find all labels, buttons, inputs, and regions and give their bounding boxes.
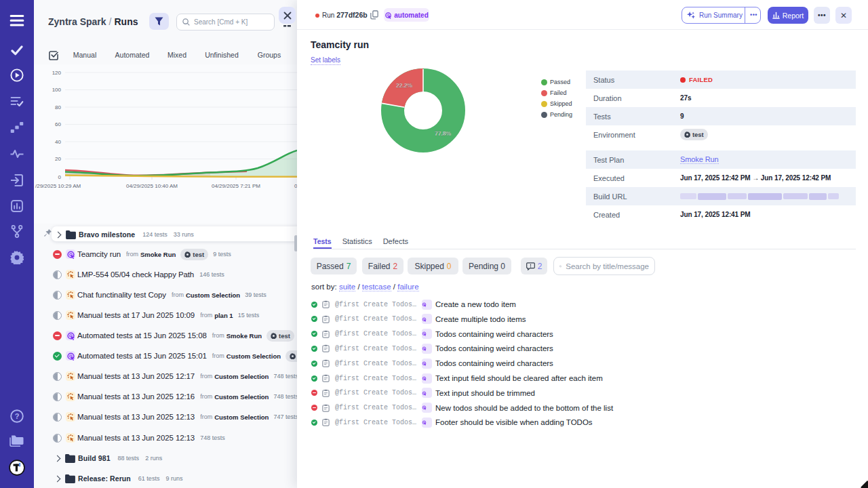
svg-text:04/29/2025 10:40 AM: 04/29/2025 10:40 AM	[126, 183, 178, 189]
svg-text:80: 80	[55, 104, 61, 110]
svg-text:?: ?	[15, 412, 20, 420]
svg-text:0: 0	[58, 174, 62, 180]
svg-text:40: 40	[55, 139, 61, 145]
svg-text:/29/2025 10:29 AM: /29/2025 10:29 AM	[35, 183, 81, 189]
svg-text:120: 120	[52, 70, 62, 76]
svg-text:77.8%: 77.8%	[435, 130, 452, 137]
svg-text:04/29/2025 7:21 PM: 04/29/2025 7:21 PM	[212, 183, 260, 189]
svg-text:60: 60	[55, 121, 61, 127]
svg-text:100: 100	[52, 87, 62, 93]
svg-text:20: 20	[55, 156, 61, 162]
svg-text:22.2%: 22.2%	[396, 82, 413, 89]
